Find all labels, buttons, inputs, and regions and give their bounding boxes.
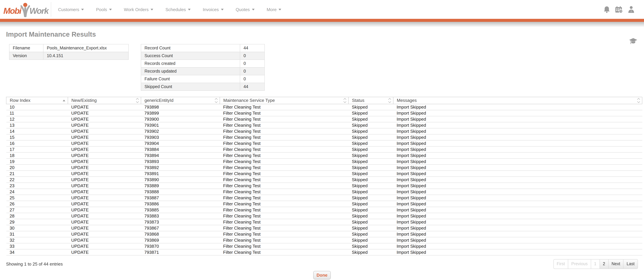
pagination-last-button[interactable]: Last — [623, 259, 638, 269]
nav-item-work-orders[interactable]: Work Orders — [118, 0, 160, 19]
cell-row-index: 23 — [6, 183, 68, 189]
main-nav: CustomersPoolsWork OrdersSchedulesInvoic… — [51, 0, 288, 19]
cell-row-index: 17 — [6, 146, 68, 152]
cell-messages: Import Skipped — [393, 158, 642, 164]
cell-status: Skipped — [348, 207, 393, 213]
cell-row-index: 34 — [6, 249, 68, 255]
cell-maintenance-service-type: Filter Cleaning Test — [220, 183, 348, 189]
nav-item-invoices[interactable]: Invoices — [197, 0, 230, 19]
cell-messages: Import Skipped — [393, 243, 642, 249]
cell-messages: Import Skipped — [393, 122, 642, 128]
summary-row: Success Count0 — [141, 52, 264, 60]
nav-item-pools[interactable]: Pools — [90, 0, 118, 19]
cell-new-existing: UPDATE — [68, 195, 141, 201]
cell-generic-entity-id: 793902 — [141, 128, 220, 134]
cell-messages: Import Skipped — [393, 164, 642, 171]
column-header-new-existing[interactable]: New/Existing — [68, 97, 141, 104]
cell-new-existing: UPDATE — [68, 249, 141, 255]
cell-new-existing: UPDATE — [68, 122, 141, 128]
cell-status: Skipped — [348, 171, 393, 177]
cell-maintenance-service-type: Filter Cleaning Test — [220, 158, 348, 164]
bell-icon[interactable] — [604, 6, 610, 13]
table-row: 23UPDATE793889Filter Cleaning TestSkippe… — [6, 183, 642, 189]
cell-status: Skipped — [348, 110, 393, 116]
cell-generic-entity-id: 793883 — [141, 213, 220, 219]
column-header-messages[interactable]: Messages — [393, 97, 642, 104]
nav-item-label: Schedules — [166, 7, 186, 12]
cell-new-existing: UPDATE — [68, 213, 141, 219]
cell-generic-entity-id: 793900 — [141, 116, 220, 122]
nav-item-quotes[interactable]: Quotes — [230, 0, 260, 19]
cell-row-index: 13 — [6, 122, 68, 128]
column-header-maintenance-service-type[interactable]: Maintenance Service Type — [220, 97, 348, 104]
cell-messages: Import Skipped — [393, 104, 642, 110]
user-icon[interactable] — [628, 6, 634, 13]
table-row: 27UPDATE793885Filter Cleaning TestSkippe… — [6, 207, 642, 213]
cell-status: Skipped — [348, 225, 393, 231]
chevron-down-icon — [278, 8, 281, 10]
mobiwork-logo[interactable]: Mobi Work — [3, 1, 48, 17]
column-header-status[interactable]: Status — [348, 97, 393, 104]
cell-maintenance-service-type: Filter Cleaning Test — [220, 110, 348, 116]
cell-row-index: 10 — [6, 104, 68, 110]
nav-item-customers[interactable]: Customers — [52, 0, 90, 19]
showing-entries-label: Showing 1 to 25 of 44 entries — [6, 262, 63, 267]
sort-ascending-icon — [63, 100, 65, 101]
column-header-row-index[interactable]: Row Index — [6, 97, 68, 104]
summary-value: 0 — [240, 52, 264, 60]
cell-generic-entity-id: 793887 — [141, 195, 220, 201]
cell-maintenance-service-type: Filter Cleaning Test — [220, 177, 348, 183]
nav-item-schedules[interactable]: Schedules — [159, 0, 196, 19]
pagination-previous-button: Previous — [568, 259, 591, 269]
file-info-row: Version10.4.151 — [9, 52, 128, 60]
file-info-label: Version — [9, 52, 43, 60]
table-row: 15UPDATE793903Filter Cleaning TestSkippe… — [6, 134, 642, 140]
cell-maintenance-service-type: Filter Cleaning Test — [220, 237, 348, 243]
cell-messages: Import Skipped — [393, 110, 642, 116]
cell-generic-entity-id: 793870 — [141, 243, 220, 249]
nav-item-label: Work Orders — [124, 7, 149, 12]
cell-new-existing: UPDATE — [68, 177, 141, 183]
done-button[interactable]: Done — [313, 271, 331, 279]
file-info-value: 10.4.151 — [43, 52, 128, 60]
pagination-page-2-button[interactable]: 2 — [599, 259, 608, 269]
chevron-down-icon — [252, 8, 254, 10]
cell-new-existing: UPDATE — [68, 134, 141, 140]
cell-maintenance-service-type: Filter Cleaning Test — [220, 116, 348, 122]
summary-value: 44 — [240, 44, 264, 52]
pagination-next-button[interactable]: Next — [608, 259, 624, 269]
cell-messages: Import Skipped — [393, 249, 642, 255]
nav-item-more[interactable]: More — [260, 0, 287, 19]
cell-maintenance-service-type: Filter Cleaning Test — [220, 207, 348, 213]
calendar-clock-icon[interactable] — [615, 6, 623, 13]
table-row: 29UPDATE793873Filter Cleaning TestSkippe… — [6, 219, 642, 225]
summary-label: Records updated — [141, 67, 240, 75]
cell-maintenance-service-type: Filter Cleaning Test — [220, 122, 348, 128]
file-info-table: FilenamePools_Maintenance_Export.xlsxVer… — [9, 44, 129, 60]
table-row: 34UPDATE793871Filter Cleaning TestSkippe… — [6, 249, 642, 255]
cell-messages: Import Skipped — [393, 201, 642, 207]
cell-messages: Import Skipped — [393, 134, 642, 140]
file-info-label: Filename — [9, 44, 43, 52]
cell-status: Skipped — [348, 231, 393, 237]
chevron-down-icon — [109, 8, 112, 10]
column-header-label: Status — [352, 98, 364, 103]
logo-text-work: Work — [30, 4, 48, 17]
cell-new-existing: UPDATE — [68, 140, 141, 146]
cell-messages: Import Skipped — [393, 152, 642, 158]
cell-row-index: 25 — [6, 195, 68, 201]
cell-maintenance-service-type: Filter Cleaning Test — [220, 213, 348, 219]
graduation-cap-icon[interactable] — [629, 38, 637, 46]
cell-row-index: 21 — [6, 171, 68, 177]
summary-label: Records created — [141, 60, 240, 67]
cell-generic-entity-id: 793903 — [141, 134, 220, 140]
cell-maintenance-service-type: Filter Cleaning Test — [220, 225, 348, 231]
app-window: Mobi Work CustomersPoolsWork OrdersSched… — [0, 0, 644, 280]
cell-new-existing: UPDATE — [68, 171, 141, 177]
cell-status: Skipped — [348, 146, 393, 152]
cell-new-existing: UPDATE — [68, 231, 141, 237]
column-header-genericentityid[interactable]: genericEntityId — [141, 97, 220, 104]
cell-row-index: 30 — [6, 225, 68, 231]
column-header-label: Messages — [397, 98, 417, 103]
accent-bar — [0, 19, 644, 22]
